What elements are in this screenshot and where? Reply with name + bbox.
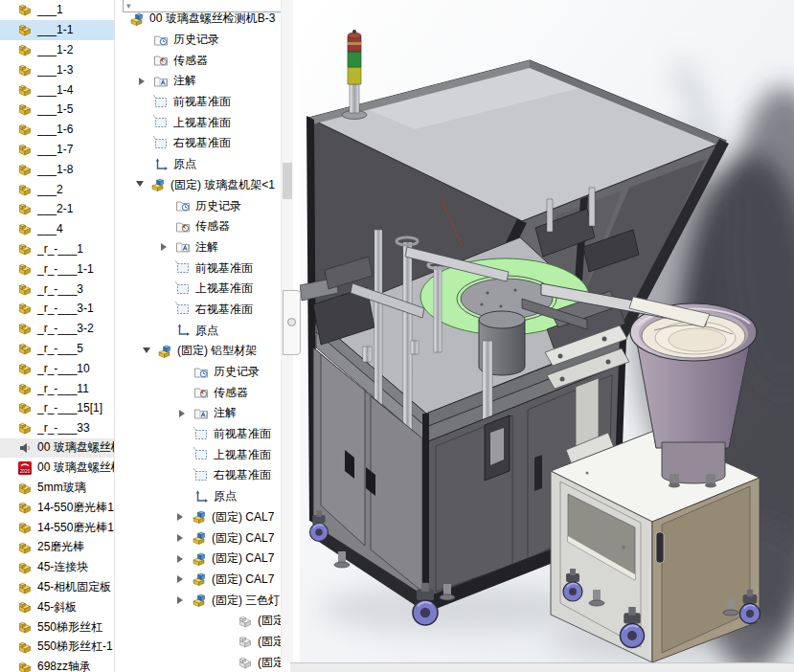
file-list-item[interactable]: ___2 — [0, 179, 114, 199]
expand-arrow-icon[interactable] — [179, 410, 185, 417]
file-list-item[interactable]: 698zz轴承 — [0, 657, 114, 672]
file-list-item[interactable]: ___1-6 — [0, 120, 114, 140]
tree-item[interactable]: 右视基准面 — [122, 300, 281, 321]
file-list-item[interactable]: _r_-___11 — [0, 378, 114, 398]
cabinet-door-handle[interactable] — [656, 532, 664, 563]
tree-item[interactable]: (固定) _-_ — [122, 652, 281, 672]
file-list-item[interactable]: ___1-8 — [0, 159, 114, 179]
tree-item[interactable]: 注解 — [122, 237, 281, 258]
expand-arrow-icon[interactable] — [177, 596, 183, 604]
expand-arrow-icon[interactable] — [177, 534, 183, 542]
tree-item-label: 注解 — [173, 73, 196, 89]
tree-item[interactable]: 右视基准面 — [122, 465, 281, 486]
file-list-item[interactable]: ___1-3 — [0, 59, 114, 79]
tree-item[interactable]: (固定) _-_ — [122, 611, 281, 632]
tree-item[interactable]: 上视基准面 — [122, 444, 281, 465]
file-list-item[interactable]: ___1-5 — [0, 100, 114, 120]
assembly-icon — [192, 551, 207, 567]
tree-item[interactable]: 历史记录 — [122, 362, 281, 383]
3d-viewport[interactable] — [300, 0, 794, 662]
part-icon — [17, 481, 33, 496]
tree-scrollbar-thumb[interactable] — [283, 163, 292, 199]
tree-item-label: 原点 — [195, 323, 218, 339]
tree-item[interactable]: 前视基准面 — [122, 258, 281, 279]
tree-item[interactable]: 前视基准面 — [122, 92, 281, 113]
tree-item[interactable]: 历史记录 — [122, 195, 281, 216]
file-list-item[interactable]: ___4 — [0, 219, 114, 239]
panel-splitter[interactable] — [283, 290, 301, 355]
tree-item[interactable]: 注解 — [122, 403, 281, 424]
tree-item[interactable]: (固定) 三色灯 — [122, 590, 281, 611]
svg-text:2020: 2020 — [20, 469, 31, 474]
tree-item[interactable]: 注解 — [122, 71, 281, 92]
expand-arrow-icon[interactable] — [139, 78, 145, 85]
part-icon — [17, 341, 33, 356]
file-item-label: 550梯形丝杠 — [37, 619, 102, 636]
collapse-arrow-icon[interactable] — [136, 181, 144, 187]
file-list-item[interactable]: ___1-7 — [0, 140, 114, 160]
collapse-arrow-icon[interactable] — [143, 347, 150, 353]
tree-item[interactable]: (固定) _-_ — [122, 632, 281, 653]
tree-item[interactable]: (固定) CAL7 — [122, 527, 281, 549]
tree-item[interactable]: 原点 — [122, 154, 281, 175]
file-list-item[interactable]: 45-斜板 — [0, 597, 114, 617]
expand-arrow-icon[interactable] — [161, 243, 167, 251]
file-list-item[interactable]: _r_-___5 — [0, 339, 114, 359]
assembly-icon — [157, 344, 172, 359]
tree-item[interactable]: (固定) 铝型材架 — [122, 341, 281, 362]
tree-item-label: (固定) 玻璃盘机架<1 — [170, 177, 275, 193]
file-item-label: _r_-___11 — [37, 382, 89, 395]
file-list-item[interactable]: 14-550磨光棒1 — [0, 498, 114, 518]
file-list-item[interactable]: ___1 — [0, 0, 114, 20]
tree-item[interactable]: 传感器 — [122, 216, 281, 237]
tree-item[interactable]: (固定) CAL7 — [122, 570, 281, 591]
expand-arrow-icon[interactable] — [177, 555, 183, 563]
file-list-item[interactable]: _r_-___1-1 — [0, 258, 114, 279]
tree-item[interactable]: (固定) CAL7 — [122, 507, 281, 528]
file-list-item[interactable]: _r_-___33 — [0, 418, 114, 438]
file-list-item[interactable]: 45-连接块 — [0, 557, 114, 577]
tree-item[interactable]: (固定) CAL7 — [122, 549, 281, 570]
viewport-bottom-strip — [290, 662, 794, 672]
file-list-item[interactable]: 00 玻璃盘螺丝检 — [0, 438, 114, 459]
3d-model-canvas[interactable] — [300, 0, 794, 662]
tree-item[interactable]: (固定) 玻璃盘机架<1 — [122, 175, 281, 196]
tree-item[interactable]: 传感器 — [122, 382, 281, 403]
tree-item[interactable]: 右视基准面 — [122, 133, 281, 154]
history-icon — [175, 198, 191, 213]
expand-arrow-icon[interactable] — [177, 575, 183, 583]
file-item-label: 00 玻璃盘螺丝检 — [37, 439, 114, 456]
expand-arrow-icon[interactable] — [177, 513, 183, 521]
file-list-item[interactable]: ___1-2 — [0, 40, 114, 60]
tree-item[interactable]: 传感器 — [122, 50, 281, 71]
file-list-item[interactable]: _r_-___1 — [0, 239, 114, 259]
tree-item-label: (固定) 铝型材架 — [177, 343, 257, 359]
tree-item[interactable]: 前视基准面 — [122, 424, 281, 445]
file-list-item[interactable]: 550梯形丝杠 — [0, 617, 114, 638]
tree-item[interactable]: 历史记录 — [122, 30, 281, 51]
file-list-item[interactable]: _r_-___15[1] — [0, 398, 114, 418]
file-list-item[interactable]: _r_-___3 — [0, 279, 114, 299]
file-list-item[interactable]: 550梯形丝杠-1 — [0, 638, 114, 658]
file-list-item[interactable]: 25磨光棒 — [0, 538, 114, 558]
tree-item-label: 注解 — [214, 405, 237, 421]
part-icon — [17, 241, 33, 257]
file-list-item[interactable]: _r_-___3-1 — [0, 299, 114, 319]
file-list-item[interactable]: ___1-1 — [0, 20, 114, 40]
tree-item[interactable]: 原点 — [122, 486, 281, 507]
tree-item[interactable]: 原点 — [122, 320, 281, 341]
tree-item-label: (固定) _-_ — [258, 634, 281, 650]
file-list-item[interactable]: ___2-1 — [0, 199, 114, 219]
tree-item[interactable]: 上视基准面 — [122, 112, 281, 133]
file-list-item[interactable]: _r_-___3-2 — [0, 319, 114, 339]
tree-item[interactable]: 上视基准面 — [122, 279, 281, 300]
file-list-item[interactable]: 45-相机固定板 — [0, 577, 114, 597]
file-list-item[interactable]: 202000 玻璃盘螺丝检 — [0, 458, 114, 478]
tree-filter-input[interactable]: ▾ — [123, 0, 281, 12]
file-list-item[interactable]: 14-550磨光棒1-1 — [0, 518, 114, 538]
tree-item-label: 右视基准面 — [214, 467, 271, 483]
file-list-item[interactable]: ___1-4 — [0, 79, 114, 100]
file-list-item[interactable]: 5mm玻璃 — [0, 478, 114, 498]
tree-item-label: 注解 — [195, 239, 218, 256]
file-list-item[interactable]: _r_-___10 — [0, 358, 114, 378]
